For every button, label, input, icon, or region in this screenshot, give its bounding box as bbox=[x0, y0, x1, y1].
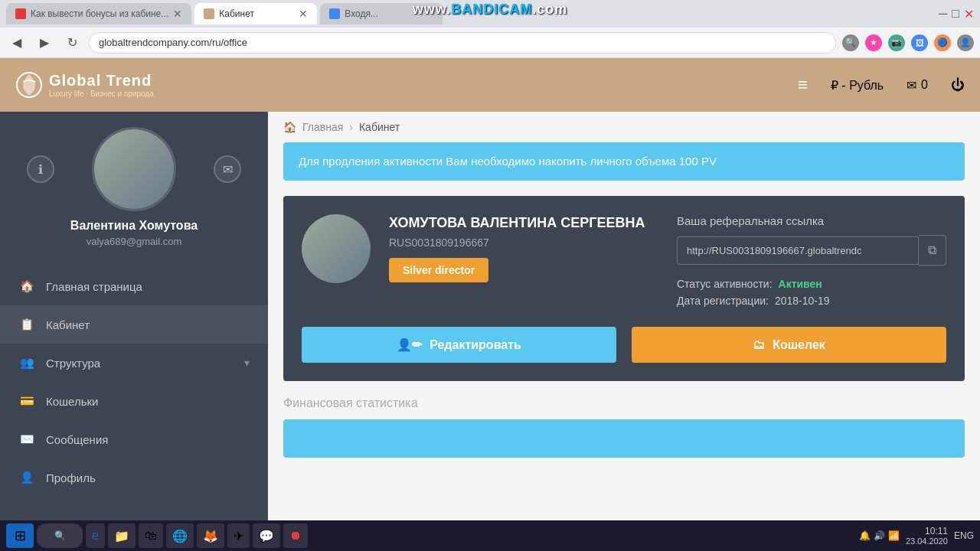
breadcrumb-separator: › bbox=[349, 121, 353, 133]
browser-tab-2[interactable]: Кабинет ✕ bbox=[194, 3, 317, 24]
message-button[interactable]: ✉ bbox=[214, 155, 241, 183]
currency-label: ₽ - Рубль bbox=[831, 78, 884, 93]
financial-title: Финансовая статистика bbox=[283, 396, 965, 410]
address-text: globaltrendcompany.com/ru/office bbox=[99, 37, 247, 48]
financial-section: Финансовая статистика bbox=[283, 396, 965, 458]
browser-tab-1[interactable]: Как вывести бонусы из кабине... ✕ bbox=[6, 3, 191, 24]
nav-label-wallets: Кошельки bbox=[46, 395, 98, 408]
info-banner: Для продления активности Вам необходимо … bbox=[283, 142, 965, 181]
reg-date-value: 2018-10-19 bbox=[775, 295, 830, 307]
logo-area: Global Trend Luxury life · Бизнес и прир… bbox=[15, 71, 154, 99]
tab2-title: Кабинет bbox=[219, 8, 254, 19]
sidebar-user-name: Валентина Хомутова bbox=[70, 219, 198, 233]
network-icon: 📶 bbox=[888, 530, 900, 541]
extension-icon2[interactable]: 🖼 bbox=[911, 34, 928, 51]
wallet-button[interactable]: 🗂 Кошелек bbox=[632, 327, 946, 363]
avatar-image bbox=[94, 129, 174, 209]
extension-icon3[interactable]: 🔵 bbox=[934, 34, 951, 51]
user-profile-section: ℹ ✉ Валентина Хомутова valya689@gmail.co… bbox=[65, 127, 203, 247]
restore-btn[interactable]: □ bbox=[952, 7, 959, 21]
mail-icon: ✉ bbox=[906, 78, 916, 93]
sidebar-item-home[interactable]: 🏠 Главная страница bbox=[0, 267, 268, 305]
profile-icon[interactable]: 👤 bbox=[957, 34, 974, 51]
reload-btn[interactable]: ↻ bbox=[61, 32, 83, 54]
wallet-label: Кошелек bbox=[773, 338, 825, 352]
status-value: Активен bbox=[779, 278, 822, 290]
tab2-close[interactable]: ✕ bbox=[299, 8, 308, 20]
breadcrumb-home[interactable]: Главная bbox=[302, 121, 343, 133]
page-body: ℹ ✉ Валентина Хомутова valya689@gmail.co… bbox=[0, 112, 980, 540]
breadcrumb: 🏠 Главная › Кабинет bbox=[268, 112, 980, 142]
profile-full-name: ХОМУТОВА ВАЛЕНТИНА СЕРГЕЕВНА bbox=[389, 214, 658, 232]
nav-label-cabinet: Кабинет bbox=[46, 318, 90, 331]
structure-icon: 👥 bbox=[18, 354, 35, 371]
ie-icon: e bbox=[92, 529, 99, 543]
sidebar-item-messages[interactable]: ✉️ Сообщения bbox=[0, 420, 268, 458]
site-header: Global Trend Luxury life · Бизнес и прир… bbox=[0, 58, 980, 112]
language-indicator: ENG bbox=[954, 530, 974, 541]
tab3-title: Входя... bbox=[345, 8, 378, 19]
logo-icon bbox=[15, 71, 43, 99]
copy-referral-button[interactable]: ⧉ bbox=[919, 235, 946, 266]
taskbar-app-ie[interactable]: e bbox=[86, 523, 105, 548]
taskbar-app-record[interactable]: ⏺ bbox=[283, 523, 308, 548]
power-icon[interactable]: ⏻ bbox=[951, 77, 965, 93]
profile-avatar-image bbox=[302, 214, 371, 283]
logo-text: Global Trend Luxury life · Бизнес и прир… bbox=[49, 72, 154, 98]
minimize-btn[interactable]: ─ bbox=[939, 7, 947, 21]
notification-icon: 🔔 bbox=[859, 530, 871, 541]
taskbar-app-skype[interactable]: 💬 bbox=[253, 523, 280, 548]
currency-selector[interactable]: ₽ - Рубль bbox=[831, 78, 884, 93]
referral-url-input[interactable] bbox=[677, 236, 919, 265]
nav-left-structure: 👥 Структура bbox=[18, 354, 100, 371]
volume-icon: 🔊 bbox=[874, 530, 885, 541]
activity-status-row: Статус активности: Активен bbox=[677, 278, 946, 290]
nav-label-messages: Сообщения bbox=[46, 433, 108, 446]
reg-date-label: Дата регистрации: bbox=[677, 295, 769, 307]
cabinet-icon: 📋 bbox=[18, 316, 35, 333]
search-taskbar-btn[interactable]: 🔍 bbox=[37, 523, 83, 548]
browser-tab-3[interactable]: Входя... bbox=[320, 3, 443, 24]
taskbar-app-store[interactable]: 🛍 bbox=[139, 523, 163, 548]
taskbar-left: ⊞ 🔍 e 📁 🛍 🌐 🦊 ✈ 💬 ⏺ bbox=[6, 523, 308, 548]
referral-input-row: ⧉ bbox=[677, 235, 946, 266]
edit-button[interactable]: 👤✏ Редактировать bbox=[302, 327, 616, 363]
start-btn[interactable]: ⊞ bbox=[6, 523, 34, 548]
record-icon: ⏺ bbox=[289, 529, 302, 543]
sidebar-item-wallets[interactable]: 💳 Кошельки bbox=[0, 382, 268, 420]
taskbar-app-telegram[interactable]: ✈ bbox=[227, 523, 250, 548]
bookmark-icon[interactable]: ★ bbox=[865, 34, 882, 51]
tab1-title: Как вывести бонусы из кабине... bbox=[31, 8, 168, 19]
chrome-icon: 🌐 bbox=[172, 529, 188, 543]
registration-date-row: Дата регистрации: 2018-10-19 bbox=[677, 295, 946, 307]
status-section: Статус активности: Активен Дата регистра… bbox=[677, 278, 946, 307]
nav-label-structure: Структура bbox=[46, 357, 100, 370]
address-bar[interactable]: globaltrendcompany.com/ru/office bbox=[89, 32, 836, 54]
mail-btn[interactable]: ✉ 0 bbox=[906, 78, 928, 93]
tab1-close[interactable]: ✕ bbox=[173, 8, 182, 20]
financial-card bbox=[283, 419, 965, 458]
sidebar-item-profile[interactable]: 👤 Профиль bbox=[0, 458, 268, 497]
menu-icon[interactable]: ≡ bbox=[798, 75, 808, 95]
info-button[interactable]: ℹ bbox=[27, 155, 54, 183]
tab2-favicon bbox=[204, 8, 214, 19]
profile-user-id: RUS0031809196667 bbox=[389, 236, 658, 249]
rank-button[interactable]: Silver director bbox=[389, 258, 488, 282]
sidebar: ℹ ✉ Валентина Хомутова valya689@gmail.co… bbox=[0, 112, 268, 540]
back-btn[interactable]: ◀ bbox=[6, 32, 28, 54]
tab1-favicon bbox=[15, 8, 26, 19]
sidebar-item-cabinet[interactable]: 📋 Кабинет bbox=[0, 305, 268, 344]
taskbar-app-chrome[interactable]: 🌐 bbox=[166, 523, 194, 548]
taskbar-app-file[interactable]: 📁 bbox=[108, 523, 136, 548]
banner-text: Для продления активности Вам необходимо … bbox=[299, 155, 717, 168]
search-icon[interactable]: 🔍 bbox=[842, 34, 859, 51]
profile-actions: 👤✏ Редактировать 🗂 Кошелек bbox=[302, 327, 946, 363]
referral-label: Ваша реферальная ссылка bbox=[677, 214, 946, 227]
extension-icon1[interactable]: 📷 bbox=[888, 34, 905, 51]
sidebar-avatar bbox=[92, 127, 176, 211]
forward-btn[interactable]: ▶ bbox=[34, 32, 55, 54]
taskbar-app-browser2[interactable]: 🦊 bbox=[197, 523, 224, 548]
close-btn[interactable]: ✕ bbox=[964, 7, 974, 21]
referral-section: Ваша реферальная ссылка ⧉ Статус активно… bbox=[677, 214, 946, 311]
sidebar-item-structure[interactable]: 👥 Структура ▾ bbox=[0, 344, 268, 382]
